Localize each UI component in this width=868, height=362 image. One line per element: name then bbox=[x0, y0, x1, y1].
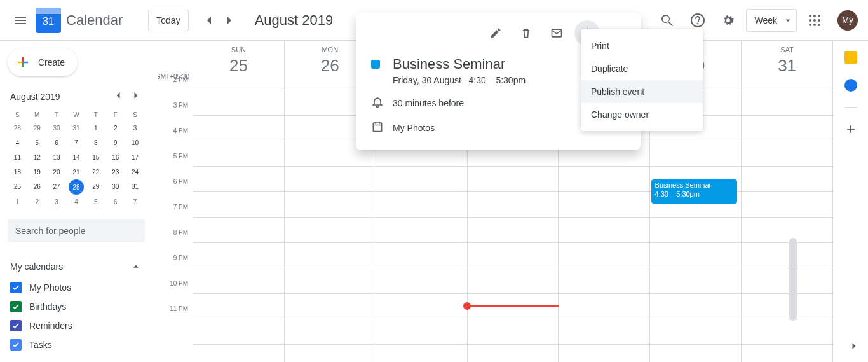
mini-day[interactable]: 3 bbox=[125, 121, 145, 136]
mini-day[interactable]: 6 bbox=[105, 195, 125, 209]
mini-day[interactable]: 17 bbox=[125, 150, 145, 165]
mini-day[interactable]: 18 bbox=[8, 165, 27, 179]
mini-day[interactable]: 30 bbox=[105, 179, 125, 195]
tasks-icon[interactable] bbox=[844, 79, 857, 92]
svg-point-6 bbox=[813, 19, 816, 22]
create-button[interactable]: Create bbox=[8, 48, 78, 76]
mini-day[interactable]: 15 bbox=[86, 150, 105, 165]
mini-day[interactable]: 13 bbox=[47, 150, 67, 165]
mini-day[interactable]: 28 bbox=[8, 121, 27, 136]
calendar-item[interactable]: My Photos bbox=[8, 278, 145, 297]
mini-day[interactable]: 2 bbox=[105, 121, 125, 136]
plus-icon bbox=[15, 55, 31, 70]
mini-day[interactable]: 7 bbox=[125, 195, 145, 209]
mini-day[interactable]: 30 bbox=[47, 121, 67, 136]
account-avatar[interactable]: My bbox=[837, 10, 858, 31]
mini-day[interactable]: 20 bbox=[47, 165, 67, 179]
mini-day[interactable]: 7 bbox=[67, 136, 86, 150]
mini-day[interactable]: 10 bbox=[125, 136, 145, 150]
event-time: 4:30 – 5:30pm bbox=[655, 190, 734, 198]
mini-dow: W bbox=[67, 109, 86, 121]
time-label: 4 PM bbox=[158, 127, 193, 153]
calendar-item[interactable]: Birthdays bbox=[8, 297, 145, 316]
time-label: 10 PM bbox=[158, 280, 193, 305]
svg-point-3 bbox=[813, 15, 816, 17]
sidebar: Create August 2019 SMTWTFS28293031123456… bbox=[0, 41, 158, 362]
mini-day[interactable]: 29 bbox=[27, 121, 47, 136]
day-column[interactable] bbox=[649, 90, 741, 362]
time-label: 3 PM bbox=[158, 102, 193, 127]
calendar-item[interactable]: Reminders bbox=[8, 316, 145, 335]
mini-day[interactable]: 9 bbox=[105, 136, 125, 150]
calendar-item[interactable]: Tasks bbox=[8, 335, 145, 354]
delete-event-button[interactable] bbox=[513, 20, 539, 46]
my-calendars-toggle[interactable]: My calendars bbox=[8, 255, 145, 278]
mini-day[interactable]: 22 bbox=[86, 165, 105, 179]
settings-icon[interactable] bbox=[715, 8, 741, 33]
mini-day[interactable]: 31 bbox=[125, 179, 145, 195]
search-people-input[interactable]: Search for people bbox=[8, 219, 145, 242]
email-guests-button[interactable] bbox=[544, 20, 569, 46]
mini-prev-button[interactable] bbox=[112, 89, 125, 104]
day-header[interactable]: SAT31 bbox=[741, 41, 832, 90]
calendar-icon bbox=[371, 120, 380, 135]
mini-day[interactable]: 1 bbox=[8, 195, 27, 209]
popup-calendar: My Photos bbox=[393, 123, 435, 133]
edit-event-button[interactable] bbox=[483, 20, 508, 46]
scrollbar[interactable] bbox=[789, 238, 797, 321]
day-of-week: SAT bbox=[742, 46, 832, 53]
divider bbox=[844, 107, 857, 108]
mini-dow: F bbox=[105, 109, 125, 121]
mini-day[interactable]: 2 bbox=[27, 195, 47, 209]
calendar-name: Birthdays bbox=[29, 302, 66, 312]
menu-item[interactable]: Duplicate bbox=[581, 57, 703, 80]
now-indicator bbox=[467, 305, 559, 307]
mini-day[interactable]: 3 bbox=[47, 195, 67, 209]
create-label: Create bbox=[38, 57, 65, 67]
mini-day[interactable]: 16 bbox=[105, 150, 125, 165]
mini-day[interactable]: 14 bbox=[67, 150, 86, 165]
mini-day[interactable]: 26 bbox=[27, 179, 47, 195]
menu-item[interactable]: Publish event bbox=[581, 80, 703, 103]
mini-next-button[interactable] bbox=[130, 89, 142, 104]
mini-day[interactable]: 5 bbox=[27, 136, 47, 150]
main-menu-button[interactable] bbox=[5, 5, 36, 36]
mini-day[interactable]: 4 bbox=[8, 136, 27, 150]
mini-day[interactable]: 31 bbox=[67, 121, 86, 136]
day-column[interactable] bbox=[193, 90, 284, 362]
prev-period-button[interactable] bbox=[199, 10, 219, 31]
apps-icon[interactable] bbox=[802, 8, 827, 33]
svg-point-8 bbox=[809, 24, 811, 26]
view-selector[interactable]: Week bbox=[746, 9, 797, 32]
add-addon-button[interactable] bbox=[844, 123, 857, 137]
menu-item[interactable]: Print bbox=[581, 34, 703, 57]
mini-day[interactable]: 8 bbox=[86, 136, 105, 150]
mini-day[interactable]: 24 bbox=[125, 165, 145, 179]
mini-day[interactable]: 25 bbox=[8, 179, 27, 195]
mini-day[interactable]: 21 bbox=[67, 165, 86, 179]
hide-panel-button[interactable] bbox=[848, 340, 860, 354]
mini-day[interactable]: 28 bbox=[69, 179, 84, 195]
mini-day[interactable]: 4 bbox=[67, 195, 86, 209]
svg-point-10 bbox=[818, 24, 820, 26]
calendar-logo-icon: 31 bbox=[36, 8, 61, 33]
event-block[interactable]: Business Seminar 4:30 – 5:30pm bbox=[651, 179, 738, 204]
mini-dow: T bbox=[47, 109, 67, 121]
today-button[interactable]: Today bbox=[148, 10, 188, 31]
mini-day[interactable]: 5 bbox=[86, 195, 105, 209]
next-period-button[interactable] bbox=[219, 10, 240, 31]
mini-day[interactable]: 29 bbox=[86, 179, 105, 195]
mini-day[interactable]: 23 bbox=[105, 165, 125, 179]
menu-item[interactable]: Change owner bbox=[581, 103, 703, 126]
mini-day[interactable]: 6 bbox=[47, 136, 67, 150]
checkbox-icon bbox=[10, 320, 22, 331]
mini-day[interactable]: 1 bbox=[86, 121, 105, 136]
side-panel bbox=[832, 41, 868, 362]
mini-day[interactable]: 12 bbox=[27, 150, 47, 165]
mini-day[interactable]: 19 bbox=[27, 165, 47, 179]
mini-day[interactable]: 27 bbox=[47, 179, 67, 195]
day-header[interactable]: SUN25 bbox=[193, 41, 284, 90]
mini-day[interactable]: 11 bbox=[8, 150, 27, 165]
keep-icon[interactable] bbox=[844, 51, 857, 64]
day-column[interactable] bbox=[741, 90, 832, 362]
